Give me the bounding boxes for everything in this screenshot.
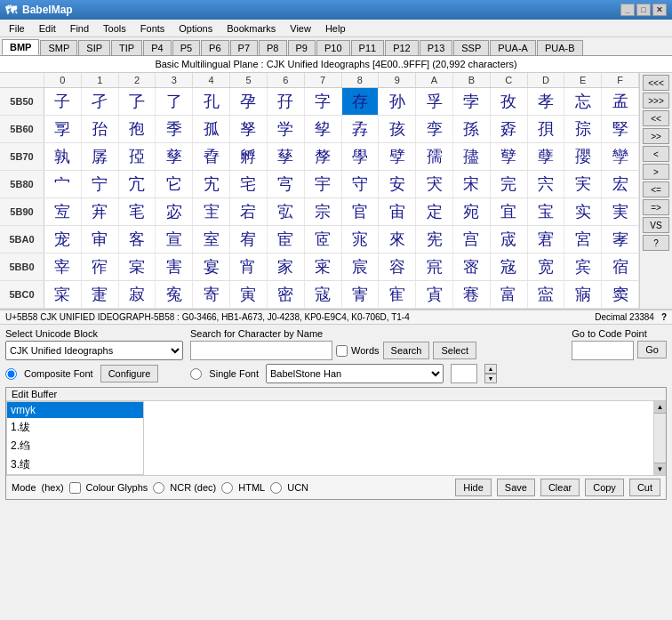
grid-cell[interactable]: 宐 <box>44 198 82 225</box>
grid-cell[interactable]: 容 <box>379 254 416 280</box>
grid-cell[interactable]: 孢 <box>119 116 156 142</box>
grid-cell[interactable]: 守 <box>342 171 380 197</box>
grid-cell[interactable]: 宆 <box>268 171 305 197</box>
goto-input[interactable]: $0000 <box>572 341 634 360</box>
grid-cell[interactable]: 宾 <box>564 254 602 280</box>
menu-item-view[interactable]: View <box>283 21 318 36</box>
question-btn[interactable]: ? <box>661 312 667 322</box>
grid-cell[interactable]: 宀 <box>44 171 82 197</box>
grid-cell[interactable]: 寅 <box>230 281 268 308</box>
grid-cell[interactable]: 宇 <box>305 171 342 197</box>
grid-cell[interactable]: 室 <box>193 226 230 253</box>
nav-btn-?[interactable]: ? <box>643 235 669 251</box>
search-select-button[interactable]: Select <box>433 342 476 359</box>
grid-cell[interactable]: 完 <box>491 171 528 197</box>
grid-cell[interactable]: 宓 <box>156 198 193 225</box>
grid-cell[interactable]: 孩 <box>379 116 416 142</box>
nav-btn-x[interactable]: < <box>643 146 669 162</box>
grid-cell[interactable]: 孨 <box>342 116 380 142</box>
tab-bmp[interactable]: BMP <box>2 39 39 55</box>
grid-cell[interactable]: 孥 <box>230 116 268 142</box>
grid-cell[interactable]: 宭 <box>528 226 565 253</box>
grid-cell[interactable]: 宎 <box>564 171 602 197</box>
ucn-radio[interactable] <box>270 482 282 494</box>
grid-cell[interactable]: 宖 <box>268 198 305 225</box>
grid-cell[interactable]: 寈 <box>342 281 380 308</box>
grid-cell[interactable]: 孯 <box>602 116 639 142</box>
grid-cell[interactable]: 宧 <box>305 226 342 253</box>
grid-cell[interactable]: 來 <box>379 226 416 253</box>
grid-cell[interactable]: 宦 <box>268 226 305 253</box>
grid-cell[interactable]: 宊 <box>416 171 453 197</box>
tab-pua-b[interactable]: PUA-B <box>537 40 583 55</box>
grid-cell[interactable]: 季 <box>156 116 193 142</box>
grid-cell[interactable]: 寋 <box>453 281 491 308</box>
grid-cell[interactable]: 孺 <box>416 143 453 170</box>
grid-cell[interactable]: 実 <box>602 198 639 225</box>
menu-item-options[interactable]: Options <box>172 21 220 36</box>
grid-cell[interactable]: 孚 <box>416 88 453 115</box>
grid-cell[interactable]: 孹 <box>379 143 416 170</box>
grid-cell[interactable]: 寍 <box>528 281 565 308</box>
menu-item-file[interactable]: File <box>2 21 32 36</box>
nav-btn-VS[interactable]: VS <box>643 217 669 233</box>
grid-cell[interactable]: 孴 <box>193 143 230 170</box>
font-select[interactable]: BabelStone Han <box>266 364 444 383</box>
grid-cell[interactable]: 孛 <box>453 88 491 115</box>
grid-cell[interactable]: 宴 <box>193 254 230 280</box>
grid-cell[interactable]: 字 <box>305 88 342 115</box>
tab-sip[interactable]: SIP <box>78 40 110 55</box>
tab-p8[interactable]: P8 <box>259 40 286 55</box>
grid-cell[interactable]: 孪 <box>416 116 453 142</box>
grid-cell[interactable]: 孳 <box>156 143 193 170</box>
grid-cell[interactable]: 定 <box>416 198 453 225</box>
menu-item-help[interactable]: Help <box>318 21 353 36</box>
menu-item-bookmarks[interactable]: Bookmarks <box>220 21 283 36</box>
nav-btn-xxx[interactable]: <<< <box>643 75 669 91</box>
grid-cell[interactable]: 宻 <box>453 254 491 280</box>
list-item[interactable]: 2.绉 <box>7 437 143 455</box>
grid-cell[interactable]: 宏 <box>602 171 639 197</box>
grid-cell[interactable]: 宯 <box>602 226 639 253</box>
grid-cell[interactable]: 孾 <box>564 143 602 170</box>
grid-cell[interactable]: 宗 <box>305 198 342 225</box>
clear-button[interactable]: Clear <box>540 479 580 496</box>
grid-cell[interactable]: 寇 <box>305 281 342 308</box>
grid-cell[interactable]: 宙 <box>379 198 416 225</box>
grid-cell[interactable]: 宽 <box>528 254 565 280</box>
grid-cell[interactable]: 宒 <box>119 198 156 225</box>
tab-tip[interactable]: TIP <box>111 40 142 55</box>
tab-p9[interactable]: P9 <box>288 40 316 55</box>
search-button[interactable]: Search <box>383 342 430 359</box>
grid-cell[interactable]: 孭 <box>528 116 565 142</box>
configure-button[interactable]: Configure <box>100 365 159 382</box>
grid-cell[interactable]: 密 <box>268 281 305 308</box>
grid-cell[interactable]: 孼 <box>491 143 528 170</box>
search-input[interactable] <box>190 341 332 360</box>
grid-cell[interactable]: 它 <box>156 171 193 197</box>
tab-p5[interactable]: P5 <box>172 40 200 55</box>
nav-btn-xx[interactable]: <= <box>643 181 669 197</box>
grid-cell[interactable]: 宸 <box>342 254 380 280</box>
grid-cell[interactable]: 孷 <box>305 143 342 170</box>
grid-cell[interactable]: 审 <box>82 226 119 253</box>
grid-cell[interactable]: 宝 <box>528 198 565 225</box>
grid-cell[interactable]: 宜 <box>491 198 528 225</box>
grid-cell[interactable]: 孬 <box>491 116 528 142</box>
grid-cell[interactable]: 宷 <box>305 254 342 280</box>
grid-cell[interactable]: 孫 <box>453 116 491 142</box>
grid-cell[interactable]: 孙 <box>379 88 416 115</box>
font-size-down[interactable]: ▼ <box>484 374 497 383</box>
grid-cell[interactable]: 实 <box>564 198 602 225</box>
nav-btn-xx[interactable]: >> <box>643 128 669 144</box>
grid-cell[interactable]: 存 <box>342 88 380 115</box>
nav-btn-xx[interactable]: => <box>643 199 669 215</box>
grid-cell[interactable]: 安 <box>379 171 416 197</box>
grid-cell[interactable]: 宵 <box>230 254 268 280</box>
tab-p10[interactable]: P10 <box>316 40 350 55</box>
title-bar-controls[interactable]: _ □ ✕ <box>620 4 667 16</box>
cut-button[interactable]: Cut <box>629 479 660 496</box>
grid-cell[interactable]: 宫 <box>453 226 491 253</box>
grid-cell[interactable]: 孵 <box>230 143 268 170</box>
scroll-down-btn[interactable]: ▼ <box>654 463 666 475</box>
